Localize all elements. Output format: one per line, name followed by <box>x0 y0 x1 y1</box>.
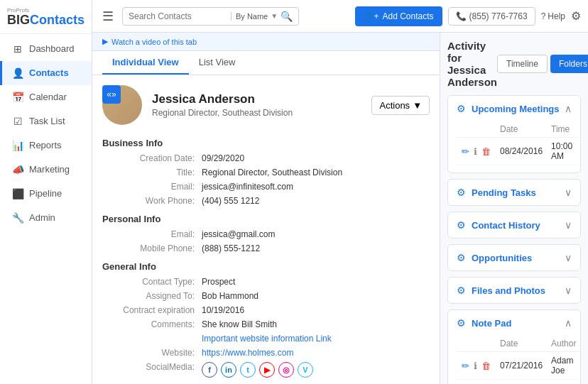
actions-button[interactable]: Actions ▼ <box>371 96 430 115</box>
pending-tasks-icon: ⚙ <box>457 187 466 198</box>
linkedin-icon[interactable]: in <box>221 362 236 378</box>
search-box: By Name ▼ 🔍 <box>122 7 299 26</box>
col-time: Time <box>547 121 577 138</box>
vimeo-icon[interactable]: V <box>298 362 313 378</box>
info-row: Assigned To:Bob Hammond <box>92 289 440 303</box>
edit-meeting-button[interactable]: ✏ <box>461 146 470 158</box>
sidebar-item-marketing[interactable]: 📣Marketing <box>0 158 92 182</box>
tasklist-icon: ☑ <box>12 116 23 127</box>
sidebar-item-tasklist[interactable]: ☑Task List <box>0 109 92 133</box>
field-value: 10/19/2016 <box>202 305 244 315</box>
pipeline-icon: ⬛ <box>12 188 23 199</box>
note-row-actions: ✏ ℹ 🗑 <box>461 360 491 372</box>
files-photos-header[interactable]: ⚙ Files and Photos ∨ <box>448 278 580 303</box>
activity-tabs: Timeline Folders <box>497 55 588 73</box>
info-note-button[interactable]: ℹ <box>473 360 478 372</box>
collapse-button[interactable]: «» <box>102 85 121 104</box>
help-button[interactable]: ? Help <box>541 11 565 21</box>
tab-individual-view[interactable]: Individual View <box>102 51 189 75</box>
opportunities-chevron: ∨ <box>565 252 572 263</box>
tab-folders[interactable]: Folders <box>550 55 588 73</box>
note-pad-title: Note Pad <box>472 318 511 329</box>
field-label <box>102 334 202 344</box>
business-info-header: Business Info <box>92 132 440 151</box>
upcoming-meetings-table: Date Time Attendees Subject <box>457 121 581 165</box>
sidebar-item-reports[interactable]: 📊Reports <box>0 133 92 158</box>
twitter-icon[interactable]: t <box>240 362 256 378</box>
info-row: Important website information Link <box>92 331 440 346</box>
settings-icon[interactable]: ⚙ <box>571 9 581 23</box>
info-row: Website:https://www.holmes.com <box>92 346 440 360</box>
add-contact-button[interactable]: 👤+ Add Contacts <box>355 6 442 26</box>
add-contact-icon: 👤+ <box>364 11 379 21</box>
search-input[interactable] <box>129 11 228 21</box>
note-pad-chevron: ∧ <box>565 317 572 329</box>
upcoming-meetings-accordion: ⚙ Upcoming Meetings ∧ Date Time Atte <box>447 95 581 173</box>
phone-button[interactable]: 📞 (855) 776-7763 <box>448 7 535 26</box>
contact-panel: ▶ Watch a video of this tab Individual V… <box>92 33 440 384</box>
reports-icon: 📊 <box>12 140 23 151</box>
sidebar-item-contacts[interactable]: 👤Contacts <box>0 61 92 85</box>
edit-note-button[interactable]: ✏ <box>461 360 470 372</box>
info-row: Email:jessica@infinitesoft.com <box>92 180 440 194</box>
field-label: Contact Type: <box>102 277 202 287</box>
contact-history-header[interactable]: ⚙ Contact History ∨ <box>448 212 580 238</box>
business-info-fields: Creation Date:09/29/2020Title:Regional D… <box>92 151 440 208</box>
video-banner[interactable]: ▶ Watch a video of this tab <box>92 33 440 51</box>
pending-tasks-accordion: ⚙ Pending Tasks ∨ <box>447 179 581 206</box>
files-photos-accordion: ⚙ Files and Photos ∨ <box>447 277 581 304</box>
note-text-row: Article for Jeff <box>457 380 581 385</box>
note-pad-icon: ⚙ <box>457 317 466 329</box>
sidebar-item-admin[interactable]: 🔧Admin <box>0 206 92 230</box>
field-value: Regional Director, Southeast Division <box>202 168 342 177</box>
field-label: Website: <box>102 348 202 358</box>
sidebar-item-label: Pipeline <box>29 188 62 199</box>
help-icon: ? <box>541 11 546 21</box>
sidebar-item-dashboard[interactable]: ⊞Dashboard <box>0 37 92 61</box>
upcoming-meetings-icon: ⚙ <box>457 103 466 114</box>
field-value[interactable]: Important website information Link <box>202 334 332 344</box>
info-row: Email:jessica@gmail.com <box>92 227 440 241</box>
sidebar-nav: ⊞Dashboard👤Contacts📅Calendar☑Task List📊R… <box>0 34 92 230</box>
tab-list-view[interactable]: List View <box>189 51 246 75</box>
delete-note-button[interactable]: 🗑 <box>481 360 491 372</box>
note-date: 07/21/2016 <box>496 352 547 380</box>
logo-text: BIGContacts <box>7 13 85 28</box>
sidebar-item-label: Marketing <box>29 164 70 175</box>
note-author: Adam Joe <box>547 352 580 380</box>
search-button[interactable]: 🔍 <box>281 11 293 22</box>
sidebar-item-calendar[interactable]: 📅Calendar <box>0 85 92 109</box>
video-icon: ▶ <box>102 37 108 46</box>
opportunities-header[interactable]: ⚙ Opportunities ∨ <box>448 245 580 270</box>
search-sort[interactable]: By Name <box>231 12 268 21</box>
facebook-icon[interactable]: f <box>202 362 217 378</box>
opportunities-icon: ⚙ <box>457 252 466 263</box>
content-area: ▶ Watch a video of this tab Individual V… <box>92 33 588 384</box>
np-col-actions <box>457 336 496 352</box>
field-label: Email: <box>102 229 202 239</box>
np-col-author: Author <box>547 336 580 352</box>
np-col-date: Date <box>496 336 547 352</box>
sidebar-item-pipeline[interactable]: ⬛Pipeline <box>0 182 92 206</box>
flickr-icon[interactable]: ◎ <box>278 362 294 378</box>
info-row: Contact Type:Prospect <box>92 275 440 289</box>
delete-meeting-button[interactable]: 🗑 <box>481 146 491 158</box>
pending-tasks-header[interactable]: ⚙ Pending Tasks ∨ <box>448 180 580 205</box>
youtube-icon[interactable]: ▶ <box>259 362 275 378</box>
admin-icon: 🔧 <box>12 212 23 224</box>
tab-timeline[interactable]: Timeline <box>497 55 548 73</box>
field-value: She know Bill Smith <box>202 319 277 329</box>
sidebar-item-label: Calendar <box>29 92 67 102</box>
note-pad-header[interactable]: ⚙ Note Pad ∧ <box>448 310 580 336</box>
note-contact: Jessica Y <box>580 352 581 380</box>
upcoming-meetings-header[interactable]: ⚙ Upcoming Meetings ∧ <box>448 96 580 121</box>
actions-arrow-icon: ▼ <box>413 100 422 111</box>
pending-tasks-chevron: ∨ <box>565 187 572 198</box>
general-info-header: General Info <box>92 256 440 275</box>
table-row: ✏ ℹ 🗑 07/21/2016 Adam Joe Jessica Y <box>457 352 581 380</box>
personal-info-header: Personal Info <box>92 208 440 227</box>
field-value[interactable]: https://www.holmes.com <box>202 348 293 358</box>
sidebar-item-label: Contacts <box>29 67 69 78</box>
info-meeting-button[interactable]: ℹ <box>473 146 478 158</box>
hamburger-button[interactable]: ☰ <box>99 6 116 27</box>
